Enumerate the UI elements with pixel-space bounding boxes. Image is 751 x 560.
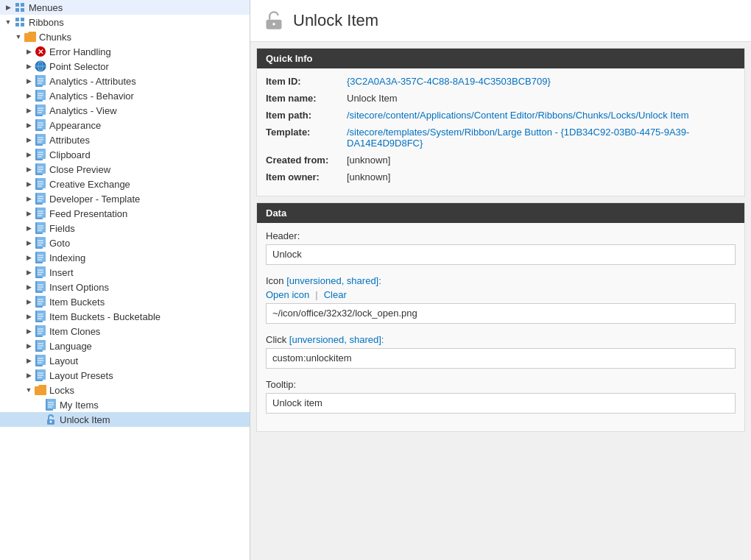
sidebar-item-attributes[interactable]: Attributes [0, 132, 250, 147]
svg-rect-6 [15, 23, 19, 26]
sidebar-item-point-selector[interactable]: Point Selector [0, 59, 250, 74]
sidebar-item-error-handling[interactable]: ✕Error Handling [0, 44, 250, 59]
sidebar-item-label-ribbons: Ribbons [29, 17, 64, 28]
sidebar-item-item-clones[interactable]: Item Clones [0, 324, 250, 339]
main-content: Unlock Item Quick Info Item ID: {3C2A0A3… [250, 0, 751, 560]
tree-arrow-feed-presentation[interactable] [24, 210, 34, 217]
lock-open-icon [44, 414, 57, 425]
sidebar-item-label-attributes: Attributes [49, 135, 90, 146]
sidebar-item-label-my-items: My Items [60, 400, 99, 411]
tree-arrow-close-preview[interactable] [24, 166, 34, 173]
icon-field-value[interactable]: ~/icon/office/32x32/lock_open.png [266, 303, 736, 324]
sidebar-item-layout-presets[interactable]: Layout Presets [0, 368, 250, 383]
tree-arrow-error-handling[interactable] [24, 48, 34, 55]
sidebar-item-label-locks: Locks [49, 385, 74, 396]
sidebar-item-language[interactable]: Language [0, 339, 250, 353]
click-field-row: Click [unversioned, shared]: custom:unlo… [266, 334, 736, 369]
page-icon [34, 325, 47, 337]
open-icon-link[interactable]: Open icon [266, 289, 309, 300]
tree-arrow-goto[interactable] [24, 239, 34, 247]
sidebar-item-indexing[interactable]: Indexing [0, 250, 250, 265]
tree-arrow-menues[interactable] [3, 4, 13, 11]
sidebar: MenuesRibbonsChunks✕Error HandlingPoint … [0, 0, 250, 560]
header-field-value[interactable]: Unlock [266, 244, 736, 265]
click-field-value[interactable]: custom:unlockitem [266, 348, 736, 369]
page-icon [34, 75, 47, 87]
sidebar-item-fields[interactable]: Fields [0, 221, 250, 235]
sidebar-item-developer-template[interactable]: Developer - Template [0, 191, 250, 206]
tree-arrow-analytics-view[interactable] [24, 107, 34, 114]
tree-arrow-indexing[interactable] [24, 254, 34, 261]
tree-arrow-layout-presets[interactable] [24, 372, 34, 379]
tree-arrow-locks[interactable] [24, 386, 34, 394]
sidebar-item-analytics-attributes[interactable]: Analytics - Attributes [0, 74, 250, 88]
tree-arrow-insert-options[interactable] [24, 283, 34, 291]
click-field-label: Click [unversioned, shared]: [266, 334, 736, 345]
sidebar-item-feed-presentation[interactable]: Feed Presentation [0, 206, 250, 221]
page-icon [34, 296, 47, 308]
tree-arrow-layout[interactable] [24, 357, 34, 364]
tree-arrow-language[interactable] [24, 342, 34, 350]
sidebar-item-label-close-preview: Close Preview [49, 164, 110, 175]
tree-arrow-appearance[interactable] [24, 121, 34, 129]
item-path-value[interactable]: /sitecore/content/Applications/Content E… [347, 110, 689, 121]
page-icon [34, 281, 47, 293]
template-row: Template: /sitecore/templates/System/Rib… [266, 127, 736, 149]
item-name-label: Item name: [266, 93, 347, 104]
svg-rect-20 [37, 90, 46, 100]
tree-arrow-point-selector[interactable] [24, 63, 34, 70]
sidebar-item-label-analytics-view: Analytics - View [49, 105, 117, 116]
page-icon [34, 222, 47, 234]
svg-rect-105 [37, 340, 46, 350]
tooltip-field-value[interactable]: Unlock item [266, 393, 736, 414]
created-from-label: Created from: [266, 155, 347, 166]
tree-arrow-ribbons[interactable] [3, 18, 13, 26]
tree-arrow-chunks[interactable] [13, 33, 24, 40]
sidebar-item-item-buckets[interactable]: Item Buckets [0, 294, 250, 309]
sidebar-item-analytics-view[interactable]: Analytics - View [0, 103, 250, 118]
sidebar-item-creative-exchange[interactable]: Creative Exchange [0, 177, 250, 191]
tree-arrow-developer-template[interactable] [24, 195, 34, 202]
sidebar-item-my-items[interactable]: My Items [0, 397, 250, 412]
sidebar-item-clipboard[interactable]: Clipboard [0, 147, 250, 162]
tree-arrow-analytics-attributes[interactable] [24, 77, 34, 85]
svg-rect-25 [37, 104, 46, 115]
tree-arrow-analytics-behavior[interactable] [24, 92, 34, 99]
sidebar-item-close-preview[interactable]: Close Preview [0, 162, 250, 177]
tree-arrow-fields[interactable] [24, 224, 34, 232]
sidebar-item-goto[interactable]: Goto [0, 235, 250, 250]
tree-arrow-insert[interactable] [24, 269, 34, 276]
icon-separator: | [315, 289, 317, 300]
sidebar-item-unlock-item[interactable]: Unlock Item [0, 412, 250, 427]
tree-arrow-item-buckets[interactable] [24, 298, 34, 305]
tree-arrow-clipboard[interactable] [24, 151, 34, 158]
sidebar-item-insert[interactable]: Insert [0, 265, 250, 280]
svg-rect-55 [37, 193, 46, 203]
sidebar-item-locks[interactable]: Locks [0, 383, 250, 397]
item-owner-label: Item owner: [266, 171, 347, 182]
svg-rect-5 [21, 18, 24, 21]
sidebar-item-label-insert-options: Insert Options [49, 282, 109, 293]
sidebar-item-label-layout-presets: Layout Presets [49, 370, 113, 381]
tree-arrow-item-buckets-bucketable[interactable] [24, 313, 34, 320]
tree-arrow-item-clones[interactable] [24, 327, 34, 335]
sidebar-item-chunks[interactable]: Chunks [0, 29, 250, 44]
sidebar-item-layout[interactable]: Layout [0, 353, 250, 368]
click-field-qualifier: [unversioned, shared]: [289, 334, 384, 345]
item-id-value[interactable]: {3C2A0A3A-357C-4C88-8A19-4C3503BCB709} [347, 76, 551, 87]
svg-rect-85 [37, 281, 46, 291]
svg-rect-15 [37, 75, 46, 85]
sidebar-item-insert-options[interactable]: Insert Options [0, 280, 250, 294]
template-value[interactable]: /sitecore/templates/System/Ribbon/Large … [347, 127, 736, 149]
page-header: Unlock Item [250, 0, 751, 42]
data-header: Data [257, 203, 744, 223]
clear-icon-link[interactable]: Clear [324, 289, 347, 300]
sidebar-item-appearance[interactable]: Appearance [0, 118, 250, 132]
sidebar-item-item-buckets-bucketable[interactable]: Item Buckets - Bucketable [0, 309, 250, 324]
tree-arrow-creative-exchange[interactable] [24, 180, 34, 188]
sidebar-item-ribbons[interactable]: Ribbons [0, 15, 250, 29]
tree-arrow-attributes[interactable] [24, 136, 34, 143]
sidebar-item-menues[interactable]: Menues [0, 0, 250, 15]
page-icon [34, 178, 47, 190]
sidebar-item-analytics-behavior[interactable]: Analytics - Behavior [0, 88, 250, 103]
